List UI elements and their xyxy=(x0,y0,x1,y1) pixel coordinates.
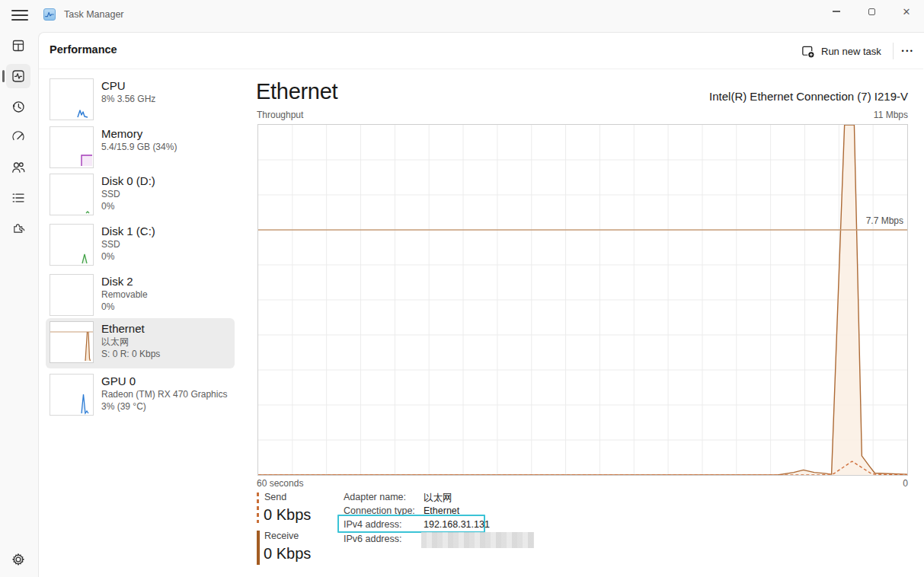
adapter-full-name: Intel(R) Ethernet Connection (7) I219-V xyxy=(527,90,908,103)
hamburger-menu-icon[interactable] xyxy=(9,5,30,25)
sidebar-item-startup-apps[interactable] xyxy=(6,125,30,149)
cpu-mini-chart xyxy=(50,78,94,120)
perf-list-item-disk0[interactable]: Disk 0 (D:) SSD 0% xyxy=(46,171,235,221)
main-title: Ethernet xyxy=(256,79,337,104)
item-sub: 5.4/15.9 GB (34%) xyxy=(101,142,177,154)
item-sub: Radeon (TM) RX 470 Graphics xyxy=(101,389,227,401)
item-sub: S: 0 R: 0 Kbps xyxy=(101,349,160,361)
reference-line-label: 7.7 Mbps xyxy=(866,215,903,226)
users-icon xyxy=(11,160,26,175)
gpu0-mini-chart xyxy=(50,374,94,416)
app-title: Task Manager xyxy=(64,9,124,20)
app-icon xyxy=(43,8,56,21)
perf-list-item-cpu[interactable]: CPU 8% 3.56 GHz xyxy=(46,75,235,126)
disk0-mini-chart xyxy=(50,174,94,215)
item-title: Disk 2 xyxy=(101,273,148,289)
item-sub: 0% xyxy=(101,251,155,263)
perf-list-item-gpu0[interactable]: GPU 0 Radeon (TM) RX 470 Graphics 3% (39… xyxy=(46,371,235,421)
item-sub: SSD xyxy=(101,239,155,251)
item-title: CPU xyxy=(101,78,155,94)
perf-list-item-ethernet[interactable]: Ethernet 以太网 S: 0 R: 0 Kbps xyxy=(46,318,235,368)
run-new-task-icon xyxy=(801,44,815,59)
item-title: GPU 0 xyxy=(101,373,227,389)
details-icon xyxy=(11,190,26,206)
processes-icon xyxy=(11,38,26,53)
sidebar-item-users[interactable] xyxy=(6,155,30,180)
close-icon: ✕ xyxy=(903,7,911,17)
item-title: Ethernet xyxy=(101,320,160,336)
item-sub: Removable xyxy=(101,289,148,301)
chart-label: Throughput xyxy=(257,110,303,120)
close-button[interactable]: ✕ xyxy=(889,0,924,23)
receive-label: Receive xyxy=(264,531,299,541)
disk2-mini-chart xyxy=(50,274,94,316)
perf-list-item-disk1[interactable]: Disk 1 (C:) SSD 0% xyxy=(46,221,235,271)
sidebar-item-processes[interactable] xyxy=(6,33,30,58)
run-new-task-button[interactable]: Run new task xyxy=(796,40,890,62)
adapter-name-value: 以太网 xyxy=(424,492,452,505)
item-sub: SSD xyxy=(101,189,155,201)
settings-button[interactable] xyxy=(6,547,30,572)
disk1-mini-chart xyxy=(50,224,94,266)
sidebar-item-services[interactable] xyxy=(6,216,30,241)
performance-icon xyxy=(11,69,26,84)
item-title: Disk 1 (C:) xyxy=(101,223,155,239)
header-divider xyxy=(39,69,923,69)
minimize-button[interactable] xyxy=(819,0,854,23)
adapter-name-label: Adapter name: xyxy=(344,492,406,502)
maximize-icon xyxy=(868,8,875,15)
see-more-button[interactable]: ••• xyxy=(897,41,919,61)
header-separator xyxy=(893,43,894,59)
chart-x-right-label: 0 xyxy=(832,478,908,489)
receive-legend-bar xyxy=(257,531,260,565)
item-sub: 0% xyxy=(101,201,155,213)
send-legend-bar xyxy=(257,493,259,523)
chart-x-left-label: 60 seconds xyxy=(257,478,303,489)
ethernet-mini-chart xyxy=(50,321,94,363)
sidebar-item-performance[interactable] xyxy=(6,64,30,88)
sidebar-item-details[interactable] xyxy=(6,186,30,210)
perf-list-item-memory[interactable]: Memory 5.4/15.9 GB (34%) xyxy=(46,123,235,174)
item-sub: 0% xyxy=(101,301,148,314)
run-new-task-label: Run new task xyxy=(821,46,881,57)
throughput-chart: 7.7 Mbps xyxy=(257,124,908,476)
app-history-icon xyxy=(11,99,26,114)
services-icon xyxy=(11,221,26,236)
titlebar: Task Manager ✕ xyxy=(0,0,924,32)
item-title: Memory xyxy=(101,126,177,142)
ipv4-address-label: IPv4 address: xyxy=(344,519,401,530)
minimize-icon xyxy=(833,11,840,11)
maximize-button[interactable] xyxy=(854,0,889,23)
ipv6-address-label: IPv6 address: xyxy=(344,534,401,544)
send-label: Send xyxy=(264,492,286,502)
chart-max-scale: 11 Mbps xyxy=(756,110,908,120)
item-title: Disk 0 (D:) xyxy=(101,173,155,189)
sidebar-item-app-history[interactable] xyxy=(6,94,30,119)
gear-icon xyxy=(11,552,26,567)
item-sub: 8% 3.56 GHz xyxy=(101,94,155,106)
ipv4-address-value: 192.168.31.131 xyxy=(424,519,490,530)
memory-mini-chart xyxy=(50,126,94,168)
send-value: 0 Kbps xyxy=(264,506,311,524)
nav-selection-pill xyxy=(2,70,5,82)
ipv6-address-redacted-value xyxy=(421,532,534,548)
page-title: Performance xyxy=(50,43,117,56)
item-sub: 以太网 xyxy=(101,336,160,349)
receive-value: 0 Kbps xyxy=(264,545,311,563)
item-sub: 3% (39 °C) xyxy=(101,401,227,413)
perf-list-item-disk2[interactable]: Disk 2 Removable 0% xyxy=(46,271,235,321)
startup-apps-icon xyxy=(11,129,26,145)
